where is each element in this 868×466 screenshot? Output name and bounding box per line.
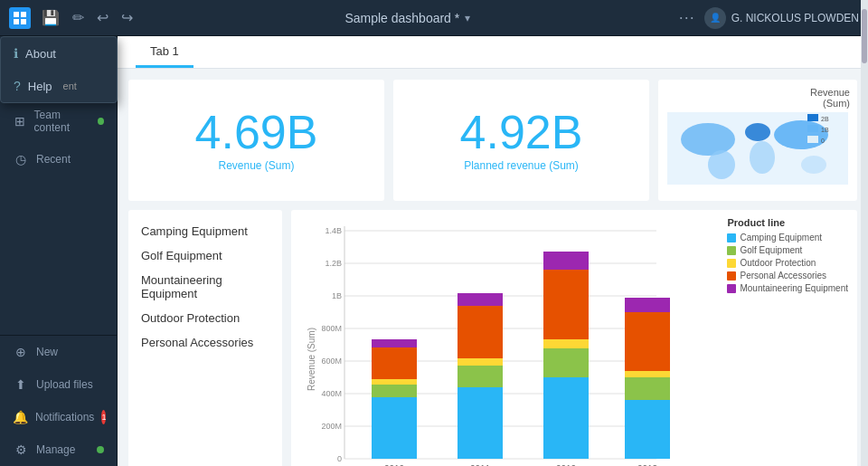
undo-icon[interactable]: ↩	[93, 5, 112, 30]
tab-bar: Tab 1	[118, 36, 868, 69]
gear-icon: ⚙	[13, 442, 29, 457]
svg-point-9	[774, 120, 828, 149]
bar-2012-mtn[interactable]	[543, 252, 589, 270]
scrollbar-thumb[interactable]	[862, 36, 867, 63]
bar-2013-camping[interactable]	[625, 400, 670, 459]
revenue-map: Revenue(Sum)	[658, 80, 857, 201]
user-menu[interactable]: 👤 G. NICKOLUS PLOWDEN	[704, 7, 859, 29]
topbar: 💾 ✏ ↩ ↪ Sample dashboard * ▾ ··· 👤 G. NI…	[0, 0, 868, 36]
svg-rect-0	[14, 12, 19, 17]
sidebar-item-recent[interactable]: ◷ Recent	[0, 143, 117, 176]
planned-label: Planned revenue (Sum)	[464, 159, 579, 172]
svg-point-5	[681, 123, 735, 156]
notifications-label: Notifications	[35, 411, 94, 423]
svg-point-7	[745, 123, 770, 141]
bar-2010-mtn[interactable]	[372, 339, 417, 347]
bar-chart-svg: Revenue (Sum) 0 200M 400M 600M	[304, 219, 747, 466]
chart-legend: Product line Camping Equipment Golf Equi…	[727, 217, 848, 293]
svg-rect-11	[807, 114, 818, 121]
bar-2010-outdoor[interactable]	[372, 379, 417, 385]
bar-2012-outdoor[interactable]	[543, 339, 589, 348]
about-menu-item[interactable]: ℹ About	[1, 37, 117, 70]
legend-camping-label: Camping Equipment	[740, 233, 822, 243]
upload-label: Upload files	[36, 378, 93, 391]
legend-golf-label: Golf Equipment	[740, 245, 802, 255]
manage-badge	[97, 446, 104, 453]
app-logo[interactable]	[9, 7, 31, 29]
filter-personal[interactable]: Personal Accessories	[141, 330, 269, 355]
bar-2013-personal[interactable]	[625, 312, 670, 371]
svg-rect-2	[14, 19, 19, 24]
sidebar-item-manage[interactable]: ⚙ Manage	[0, 433, 117, 466]
sidebar-item-notifications[interactable]: 🔔 Notifications 1	[0, 401, 117, 433]
svg-text:800M: 800M	[321, 324, 342, 333]
filter-outdoor[interactable]: Outdoor Protection	[141, 306, 269, 330]
topbar-left: 💾 ✏ ↩ ↪	[9, 5, 137, 30]
legend-outdoor-label: Outdoor Protection	[740, 258, 816, 268]
kpi-row: 4.69B Revenue (Sum) 4.92B Planned revenu…	[128, 80, 857, 201]
info-icon: ℹ	[14, 46, 18, 61]
svg-text:2B: 2B	[821, 116, 829, 122]
legend-personal-label: Personal Accessories	[740, 271, 826, 281]
bar-2011-camping[interactable]	[458, 387, 503, 459]
bar-2010-golf[interactable]	[372, 385, 417, 397]
bar-2011-mtn[interactable]	[458, 293, 503, 306]
bar-2013-golf[interactable]	[625, 377, 670, 400]
svg-point-10	[801, 156, 826, 174]
svg-point-6	[708, 150, 735, 179]
user-name: G. NICKOLUS PLOWDEN	[731, 12, 859, 24]
svg-text:1.2B: 1.2B	[325, 259, 342, 268]
bar-2010-personal[interactable]	[372, 347, 417, 379]
about-label: About	[25, 47, 56, 61]
more-options-icon[interactable]: ···	[679, 8, 695, 27]
grid-icon: ⊞	[13, 114, 27, 128]
svg-text:400M: 400M	[321, 389, 342, 398]
recent-label: Recent	[36, 153, 71, 166]
help-icon: ?	[14, 79, 21, 93]
svg-text:200M: 200M	[321, 422, 342, 431]
legend-personal: Personal Accessories	[727, 271, 848, 281]
manage-label: Manage	[36, 443, 75, 456]
bar-2013-mtn[interactable]	[625, 298, 670, 312]
bar-2012-personal[interactable]	[543, 270, 589, 339]
scrollbar[interactable]	[861, 36, 868, 466]
svg-rect-1	[21, 12, 26, 17]
filter-camping[interactable]: Camping Equipment	[141, 219, 269, 243]
bar-2011-golf[interactable]	[458, 366, 503, 387]
filter-golf[interactable]: Golf Equipment	[141, 243, 269, 268]
redo-icon[interactable]: ↪	[118, 5, 137, 30]
legend-golf: Golf Equipment	[727, 245, 848, 255]
bar-2011-personal[interactable]	[458, 306, 503, 358]
chart-panel: Product line Camping Equipment Golf Equi…	[291, 210, 857, 466]
kpi-planned: 4.92B Planned revenue (Sum)	[393, 80, 649, 201]
bar-2010-camping[interactable]	[372, 397, 417, 459]
map-visualization: 2B 1B 0	[665, 112, 850, 194]
notifications-badge: 1	[101, 410, 106, 424]
save-icon[interactable]: 💾	[38, 5, 63, 30]
edit-icon[interactable]: ✏	[69, 5, 88, 30]
dashboard-dropdown[interactable]: ▾	[465, 12, 470, 24]
tab1-label: Tab 1	[150, 44, 179, 58]
sidebar-main-items: ⊞ Team content ◷ Recent	[0, 100, 117, 176]
revenue-value: 4.69B	[195, 109, 318, 156]
sidebar-item-team-content[interactable]: ⊞ Team content	[0, 100, 117, 143]
dashboard: 4.69B Revenue (Sum) 4.92B Planned revenu…	[118, 69, 868, 466]
bar-2012-golf[interactable]	[543, 348, 589, 377]
avatar: 👤	[704, 7, 726, 29]
bar-2011-outdoor[interactable]	[458, 358, 503, 366]
sidebar-item-upload[interactable]: ⬆ Upload files	[0, 368, 117, 401]
sidebar-item-new[interactable]: ⊕ New	[0, 336, 117, 368]
filter-mountaineering[interactable]: Mountaineering Equipment	[141, 268, 269, 306]
svg-text:1B: 1B	[332, 291, 342, 300]
bar-2012-camping[interactable]	[543, 377, 589, 459]
upload-icon: ⬆	[13, 377, 29, 392]
svg-rect-3	[21, 19, 26, 24]
bar-2013-outdoor[interactable]	[625, 371, 670, 377]
help-menu-item[interactable]: ? Help ent	[1, 70, 117, 102]
help-suffix: ent	[63, 81, 77, 91]
kpi-revenue: 4.69B Revenue (Sum)	[128, 80, 384, 201]
tab-tab1[interactable]: Tab 1	[136, 37, 193, 68]
svg-text:1.4B: 1.4B	[325, 226, 342, 235]
map-title: Revenue(Sum)	[665, 87, 850, 109]
new-label: New	[36, 346, 58, 358]
